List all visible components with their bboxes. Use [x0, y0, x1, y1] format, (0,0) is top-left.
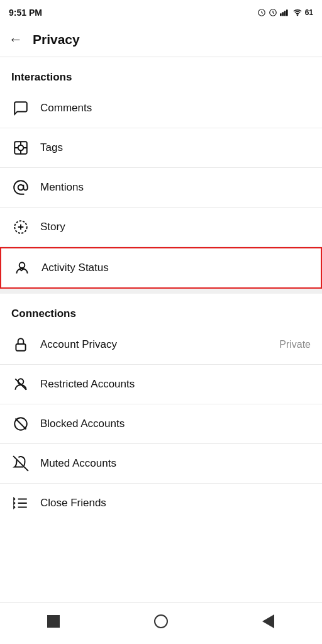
story-label: Story — [40, 221, 311, 233]
tags-label: Tags — [40, 142, 311, 154]
blocked-icon — [11, 414, 30, 433]
menu-item-comments[interactable]: Comments — [0, 89, 322, 128]
status-icons: 61 — [257, 8, 313, 17]
svg-rect-20 — [16, 344, 25, 351]
menu-item-muted-accounts[interactable]: Muted Accounts — [0, 444, 322, 483]
svg-rect-5 — [282, 12, 284, 16]
svg-marker-30 — [14, 502, 14, 504]
alarm-icon — [257, 8, 266, 17]
signal-icon — [280, 8, 290, 17]
account-privacy-label: Account Privacy — [40, 338, 279, 351]
account-privacy-value: Private — [279, 339, 311, 350]
muted-icon — [11, 454, 30, 473]
svg-point-15 — [18, 185, 24, 191]
status-bar: 9:51 PM 61 — [0, 0, 322, 23]
restricted-icon — [11, 375, 30, 394]
comments-label: Comments — [40, 102, 311, 114]
svg-line-22 — [15, 379, 26, 389]
mention-icon — [11, 178, 30, 197]
svg-rect-7 — [286, 9, 288, 16]
section-interactions-label: Interactions — [0, 57, 322, 89]
mentions-label: Mentions — [40, 181, 311, 194]
back-button[interactable]: ← — [6, 29, 25, 50]
blocked-accounts-label: Blocked Accounts — [40, 418, 311, 430]
nav-square-button[interactable] — [38, 610, 69, 633]
svg-line-24 — [16, 419, 26, 430]
menu-item-tags[interactable]: Tags — [0, 128, 322, 167]
nav-circle-icon — [154, 614, 168, 628]
muted-accounts-label: Muted Accounts — [40, 457, 311, 470]
svg-point-19 — [19, 262, 25, 268]
activity-status-icon — [13, 258, 31, 277]
page-header: ← Privacy — [0, 23, 322, 57]
svg-marker-31 — [14, 506, 14, 508]
menu-item-blocked-accounts[interactable]: Blocked Accounts — [0, 404, 322, 443]
activity-status-label: Activity Status — [42, 262, 309, 274]
story-icon — [11, 218, 30, 236]
menu-item-activity-status[interactable]: Activity Status — [0, 247, 322, 289]
tag-icon — [11, 138, 30, 157]
menu-item-close-friends[interactable]: Close Friends — [0, 484, 322, 523]
clock-icon — [269, 8, 277, 17]
close-friends-icon — [11, 494, 30, 513]
page-title: Privacy — [33, 32, 80, 47]
nav-back-button[interactable] — [253, 610, 284, 633]
close-friends-label: Close Friends — [40, 497, 311, 509]
menu-item-account-privacy[interactable]: Account Privacy Private — [0, 325, 322, 364]
svg-point-10 — [18, 145, 24, 151]
svg-line-2 — [262, 13, 263, 13]
svg-marker-29 — [14, 498, 14, 499]
nav-triangle-icon — [262, 614, 274, 628]
svg-point-8 — [297, 15, 297, 16]
wifi-icon — [292, 8, 303, 17]
status-time: 9:51 PM — [9, 8, 42, 18]
comment-icon — [11, 99, 30, 118]
nav-bar — [0, 602, 322, 644]
menu-item-restricted-accounts[interactable]: Restricted Accounts — [0, 365, 322, 404]
nav-home-button[interactable] — [146, 610, 176, 633]
section-connections-label: Connections — [0, 294, 322, 325]
lock-icon — [11, 335, 30, 354]
menu-item-mentions[interactable]: Mentions — [0, 168, 322, 207]
svg-rect-4 — [280, 13, 282, 16]
svg-line-25 — [13, 456, 28, 471]
battery-icon: 61 — [305, 8, 313, 17]
nav-square-icon — [47, 615, 60, 628]
menu-item-story[interactable]: Story — [0, 208, 322, 247]
restricted-accounts-label: Restricted Accounts — [40, 378, 311, 391]
svg-rect-6 — [284, 11, 286, 16]
